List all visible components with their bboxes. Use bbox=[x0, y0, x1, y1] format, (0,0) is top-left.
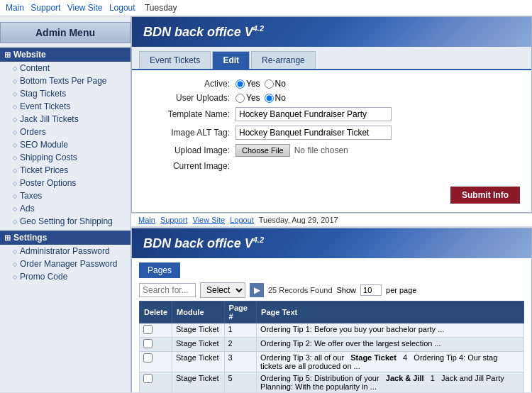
row-checkbox[interactable] bbox=[143, 339, 153, 348]
sidebar-section-website: ⊞ Website ◇ Content ◇ Bottom Texts Per P… bbox=[0, 48, 131, 228]
nav2-logout[interactable]: Logout bbox=[230, 216, 254, 224]
diamond-icon: ◇ bbox=[13, 155, 17, 161]
active-no-radio[interactable] bbox=[265, 79, 274, 89]
col-page: Page # bbox=[224, 301, 257, 323]
sidebar-item-label: Taxes bbox=[20, 191, 42, 201]
diamond-icon: ◇ bbox=[13, 248, 17, 255]
sidebar-item-label: Shipping Costs bbox=[20, 153, 77, 162]
uploads-value: Yes No bbox=[235, 93, 286, 103]
pages-tab[interactable]: Pages bbox=[139, 262, 180, 278]
row-checkbox[interactable] bbox=[143, 353, 153, 362]
settings-expand-icon: ⊞ bbox=[4, 233, 11, 243]
sidebar-item-label: Poster Options bbox=[20, 178, 76, 188]
sidebar-item-stag-tickets[interactable]: ◇ Stag Tickets bbox=[0, 87, 131, 100]
active-value: Yes No bbox=[235, 79, 286, 89]
sidebar-item-label: Promo Code bbox=[20, 272, 67, 282]
table-row: Stage Ticket3Ordering Tip 3: all of our … bbox=[140, 352, 524, 372]
cell-text: Ordering Tip 2: We offer over the larges… bbox=[257, 338, 524, 352]
active-no-label[interactable]: No bbox=[265, 79, 286, 89]
sidebar-item-orders[interactable]: ◇ Orders bbox=[0, 126, 131, 138]
diamond-icon: ◇ bbox=[13, 142, 17, 148]
panel-pages: BDN back office V4.2 Pages Select ▶ 25 R… bbox=[131, 228, 532, 392]
sidebar-item-seo[interactable]: ◇ SEO Module bbox=[0, 138, 131, 151]
sidebar-section-settings-header[interactable]: ⊞ Settings bbox=[0, 231, 131, 245]
choose-file-button[interactable]: Choose File bbox=[235, 144, 290, 157]
row-checkbox[interactable] bbox=[143, 325, 153, 334]
main-content: BDN back office V4.2 Event Tickets Edit … bbox=[131, 16, 532, 392]
website-section-label: Website bbox=[13, 50, 46, 60]
alt-input[interactable] bbox=[235, 126, 392, 140]
row-checkbox[interactable] bbox=[143, 374, 153, 383]
sidebar-item-content[interactable]: ◇ Content bbox=[0, 62, 131, 74]
sidebar-item-promo-code[interactable]: ◇ Promo Code bbox=[0, 270, 131, 283]
per-page-suffix: per page bbox=[386, 286, 416, 294]
sidebar-item-order-manager[interactable]: ◇ Order Manager Password bbox=[0, 258, 131, 270]
sidebar-item-shipping[interactable]: ◇ Shipping Costs bbox=[0, 151, 131, 164]
cell-module: Stage Ticket bbox=[172, 323, 225, 338]
table-section: Pages Select ▶ 25 Records Found Show per… bbox=[132, 258, 531, 392]
sidebar-item-label: Orders bbox=[20, 127, 46, 137]
per-page-input[interactable] bbox=[360, 284, 382, 296]
sidebar-section-website-header[interactable]: ⊞ Website bbox=[0, 48, 131, 62]
cell-page: 2 bbox=[224, 338, 257, 352]
tab-event-tickets[interactable]: Event Tickets bbox=[139, 51, 211, 69]
sidebar-item-label: SEO Module bbox=[20, 140, 68, 150]
search-go-button[interactable]: ▶ bbox=[250, 283, 264, 297]
panel1-header: BDN back office V4.2 bbox=[132, 17, 531, 47]
cell-text: Ordering Tip 1: Before you buy your bach… bbox=[257, 323, 524, 338]
cell-module: Stage Ticket bbox=[172, 338, 225, 352]
sidebar-item-bottom-texts[interactable]: ◇ Bottom Texts Per Page bbox=[0, 74, 131, 87]
diamond-icon: ◇ bbox=[13, 116, 17, 123]
uploads-no-radio[interactable] bbox=[265, 94, 274, 103]
submit-row: Submit Info bbox=[132, 184, 531, 212]
form-row-uploads: User Uploads: Yes No bbox=[143, 93, 520, 103]
table-row: Stage Ticket5Ordering Tip 5: Distributio… bbox=[140, 372, 524, 393]
cell-text: Ordering Tip 5: Distribution of your Jac… bbox=[257, 372, 524, 393]
tab-edit[interactable]: Edit bbox=[212, 51, 250, 69]
template-input[interactable] bbox=[235, 107, 392, 121]
nav2-viewsite[interactable]: View Site bbox=[193, 216, 226, 224]
nav2-date: Tuesday, Aug 29, 2017 bbox=[259, 216, 338, 224]
cell-text: Ordering Tip 3: all of our Stage Ticket … bbox=[257, 352, 524, 372]
nav-main[interactable]: Main bbox=[6, 3, 24, 13]
active-yes-label[interactable]: Yes bbox=[235, 79, 260, 89]
diamond-icon: ◇ bbox=[13, 206, 17, 212]
diamond-icon: ◇ bbox=[13, 218, 17, 225]
submit-button[interactable]: Submit Info bbox=[450, 187, 520, 204]
cell-page: 5 bbox=[224, 372, 257, 393]
nav-viewsite[interactable]: View Site bbox=[67, 3, 103, 13]
sidebar-item-admin-password[interactable]: ◇ Administrator Password bbox=[0, 245, 131, 258]
sidebar-item-jack-jill-tickets[interactable]: ◇ Jack Jill Tickets bbox=[0, 113, 131, 126]
nav2-support[interactable]: Support bbox=[160, 216, 188, 224]
select-dropdown[interactable]: Select bbox=[200, 282, 245, 298]
form-row-active: Active: Yes No bbox=[143, 79, 520, 89]
nav2: Main Support View Site Logout Tuesday, A… bbox=[131, 213, 532, 226]
sidebar-item-poster-options[interactable]: ◇ Poster Options bbox=[0, 177, 131, 189]
sidebar-item-event-tickets[interactable]: ◇ Event Tickets bbox=[0, 100, 131, 113]
cell-module: Stage Ticket bbox=[172, 372, 225, 393]
sidebar-item-geo-shipping[interactable]: ◇ Geo Setting for Shipping bbox=[0, 215, 131, 228]
active-yes-radio[interactable] bbox=[235, 79, 245, 89]
form-row-upload: Upload Image: Choose File No file chosen bbox=[143, 144, 520, 157]
cell-page: 3 bbox=[224, 352, 257, 372]
diamond-icon: ◇ bbox=[13, 193, 17, 199]
panel-edit: BDN back office V4.2 Event Tickets Edit … bbox=[131, 16, 532, 213]
uploads-yes-label[interactable]: Yes bbox=[235, 93, 260, 103]
nav-support[interactable]: Support bbox=[31, 3, 60, 13]
sidebar-item-ticket-prices[interactable]: ◇ Ticket Prices bbox=[0, 164, 131, 177]
uploads-no-label[interactable]: No bbox=[265, 93, 286, 103]
diamond-icon: ◇ bbox=[13, 167, 17, 174]
sidebar-title: Admin Menu bbox=[0, 22, 131, 43]
no-file-text: No file chosen bbox=[294, 145, 348, 155]
sidebar-item-taxes[interactable]: ◇ Taxes bbox=[0, 189, 131, 202]
search-input[interactable] bbox=[139, 283, 196, 297]
active-label: Active: bbox=[143, 79, 235, 89]
sidebar-item-ads[interactable]: ◇ Ads bbox=[0, 202, 131, 215]
show-label: Show bbox=[337, 286, 357, 294]
uploads-yes-radio[interactable] bbox=[235, 94, 245, 103]
tab-rearrange[interactable]: Re-arrange bbox=[251, 51, 316, 69]
nav2-main[interactable]: Main bbox=[138, 216, 155, 224]
alt-label: Image ALT Tag: bbox=[143, 128, 235, 138]
table-row: Stage Ticket2Ordering Tip 2: We offer ov… bbox=[140, 338, 524, 352]
nav-logout[interactable]: Logout bbox=[109, 3, 135, 13]
